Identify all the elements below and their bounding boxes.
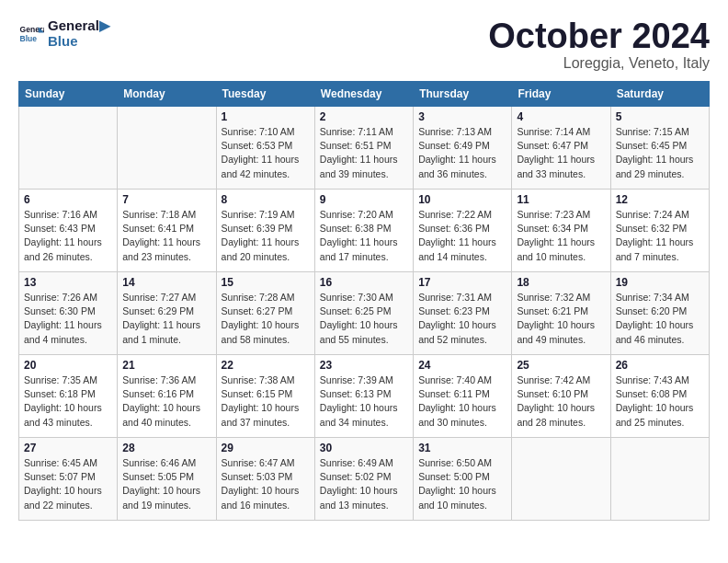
logo: General Blue General▶ Blue bbox=[18, 18, 110, 49]
day-info: Sunrise: 7:13 AM Sunset: 6:49 PM Dayligh… bbox=[418, 125, 506, 181]
day-info: Sunrise: 7:22 AM Sunset: 6:36 PM Dayligh… bbox=[418, 208, 506, 264]
calendar-day-15: 15Sunrise: 7:28 AM Sunset: 6:27 PM Dayli… bbox=[216, 272, 314, 355]
day-info: Sunrise: 7:36 AM Sunset: 6:16 PM Dayligh… bbox=[122, 373, 210, 430]
calendar-empty-cell bbox=[610, 438, 709, 521]
calendar-day-29: 29Sunrise: 6:47 AM Sunset: 5:03 PM Dayli… bbox=[216, 438, 314, 521]
day-number: 14 bbox=[122, 276, 210, 289]
day-info: Sunrise: 7:38 AM Sunset: 6:15 PM Dayligh… bbox=[222, 373, 310, 430]
calendar-day-18: 18Sunrise: 7:32 AM Sunset: 6:21 PM Dayli… bbox=[512, 272, 610, 355]
day-info: Sunrise: 6:46 AM Sunset: 5:05 PM Dayligh… bbox=[122, 456, 210, 512]
calendar-day-4: 4Sunrise: 7:14 AM Sunset: 6:47 PM Daylig… bbox=[512, 107, 610, 190]
day-number: 8 bbox=[222, 193, 310, 206]
calendar-day-1: 1Sunrise: 7:10 AM Sunset: 6:53 PM Daylig… bbox=[216, 107, 314, 190]
day-info: Sunrise: 7:28 AM Sunset: 6:27 PM Dayligh… bbox=[222, 291, 310, 347]
day-number: 17 bbox=[418, 276, 506, 289]
day-number: 12 bbox=[616, 193, 704, 206]
calendar-day-30: 30Sunrise: 6:49 AM Sunset: 5:02 PM Dayli… bbox=[314, 438, 413, 521]
day-number: 13 bbox=[24, 276, 112, 289]
calendar-day-17: 17Sunrise: 7:31 AM Sunset: 6:23 PM Dayli… bbox=[414, 272, 512, 355]
day-info: Sunrise: 6:50 AM Sunset: 5:00 PM Dayligh… bbox=[418, 456, 506, 512]
calendar-day-12: 12Sunrise: 7:24 AM Sunset: 6:32 PM Dayli… bbox=[610, 190, 709, 272]
calendar-day-14: 14Sunrise: 7:27 AM Sunset: 6:29 PM Dayli… bbox=[118, 272, 216, 355]
month-title: October 2024 bbox=[488, 18, 710, 53]
calendar-day-10: 10Sunrise: 7:22 AM Sunset: 6:36 PM Dayli… bbox=[414, 190, 512, 272]
day-number: 30 bbox=[320, 442, 408, 454]
day-number: 27 bbox=[24, 442, 112, 454]
calendar-day-5: 5Sunrise: 7:15 AM Sunset: 6:45 PM Daylig… bbox=[610, 107, 709, 190]
day-number: 28 bbox=[122, 442, 210, 454]
day-number: 31 bbox=[418, 442, 506, 454]
day-info: Sunrise: 7:39 AM Sunset: 6:13 PM Dayligh… bbox=[320, 373, 408, 430]
day-number: 15 bbox=[222, 276, 310, 289]
calendar-week-row: 6Sunrise: 7:16 AM Sunset: 6:43 PM Daylig… bbox=[19, 190, 710, 272]
day-number: 21 bbox=[122, 359, 210, 372]
calendar-day-26: 26Sunrise: 7:43 AM Sunset: 6:08 PM Dayli… bbox=[610, 355, 709, 438]
title-area: October 2024 Loreggia, Veneto, Italy bbox=[488, 18, 710, 72]
header-day-saturday: Saturday bbox=[610, 82, 709, 107]
day-info: Sunrise: 6:45 AM Sunset: 5:07 PM Dayligh… bbox=[24, 456, 112, 512]
header-day-tuesday: Tuesday bbox=[216, 82, 314, 107]
day-info: Sunrise: 7:10 AM Sunset: 6:53 PM Dayligh… bbox=[222, 125, 310, 181]
calendar-day-13: 13Sunrise: 7:26 AM Sunset: 6:30 PM Dayli… bbox=[19, 272, 118, 355]
day-info: Sunrise: 7:20 AM Sunset: 6:38 PM Dayligh… bbox=[320, 208, 408, 264]
header-day-thursday: Thursday bbox=[414, 82, 512, 107]
day-number: 1 bbox=[222, 110, 310, 123]
day-number: 16 bbox=[320, 276, 408, 289]
day-number: 18 bbox=[517, 276, 605, 289]
calendar-day-7: 7Sunrise: 7:18 AM Sunset: 6:41 PM Daylig… bbox=[118, 190, 216, 272]
day-info: Sunrise: 7:15 AM Sunset: 6:45 PM Dayligh… bbox=[616, 125, 704, 181]
day-number: 26 bbox=[616, 359, 704, 372]
day-number: 29 bbox=[222, 442, 310, 454]
calendar-empty-cell bbox=[512, 438, 610, 521]
day-info: Sunrise: 7:16 AM Sunset: 6:43 PM Dayligh… bbox=[24, 208, 112, 264]
calendar-day-24: 24Sunrise: 7:40 AM Sunset: 6:11 PM Dayli… bbox=[414, 355, 512, 438]
day-info: Sunrise: 7:35 AM Sunset: 6:18 PM Dayligh… bbox=[24, 373, 112, 430]
calendar-day-27: 27Sunrise: 6:45 AM Sunset: 5:07 PM Dayli… bbox=[19, 438, 118, 521]
calendar-day-25: 25Sunrise: 7:42 AM Sunset: 6:10 PM Dayli… bbox=[512, 355, 610, 438]
day-info: Sunrise: 7:27 AM Sunset: 6:29 PM Dayligh… bbox=[122, 291, 210, 347]
calendar-week-row: 1Sunrise: 7:10 AM Sunset: 6:53 PM Daylig… bbox=[19, 107, 710, 190]
calendar-day-20: 20Sunrise: 7:35 AM Sunset: 6:18 PM Dayli… bbox=[19, 355, 118, 438]
calendar-week-row: 27Sunrise: 6:45 AM Sunset: 5:07 PM Dayli… bbox=[19, 438, 710, 521]
day-info: Sunrise: 7:19 AM Sunset: 6:39 PM Dayligh… bbox=[222, 208, 310, 264]
logo-subtext: Blue bbox=[48, 34, 110, 50]
calendar-day-3: 3Sunrise: 7:13 AM Sunset: 6:49 PM Daylig… bbox=[414, 107, 512, 190]
calendar-day-2: 2Sunrise: 7:11 AM Sunset: 6:51 PM Daylig… bbox=[314, 107, 413, 190]
day-number: 25 bbox=[517, 359, 605, 372]
logo-icon: General Blue bbox=[18, 21, 44, 47]
calendar-empty-cell bbox=[118, 107, 216, 190]
day-info: Sunrise: 7:11 AM Sunset: 6:51 PM Dayligh… bbox=[320, 125, 408, 181]
day-info: Sunrise: 7:30 AM Sunset: 6:25 PM Dayligh… bbox=[320, 291, 408, 347]
day-info: Sunrise: 7:18 AM Sunset: 6:41 PM Dayligh… bbox=[122, 208, 210, 264]
day-info: Sunrise: 7:26 AM Sunset: 6:30 PM Dayligh… bbox=[24, 291, 112, 347]
calendar-table: SundayMondayTuesdayWednesdayThursdayFrid… bbox=[18, 81, 710, 521]
day-number: 3 bbox=[418, 110, 506, 123]
calendar-day-21: 21Sunrise: 7:36 AM Sunset: 6:16 PM Dayli… bbox=[118, 355, 216, 438]
day-info: Sunrise: 7:34 AM Sunset: 6:20 PM Dayligh… bbox=[616, 291, 704, 347]
day-number: 9 bbox=[320, 193, 408, 206]
day-info: Sunrise: 7:42 AM Sunset: 6:10 PM Dayligh… bbox=[517, 373, 605, 430]
day-number: 2 bbox=[320, 110, 408, 123]
day-number: 4 bbox=[517, 110, 605, 123]
svg-text:Blue: Blue bbox=[20, 33, 38, 42]
day-info: Sunrise: 6:47 AM Sunset: 5:03 PM Dayligh… bbox=[222, 456, 310, 512]
day-info: Sunrise: 7:40 AM Sunset: 6:11 PM Dayligh… bbox=[418, 373, 506, 430]
day-info: Sunrise: 7:43 AM Sunset: 6:08 PM Dayligh… bbox=[616, 373, 704, 430]
day-info: Sunrise: 7:32 AM Sunset: 6:21 PM Dayligh… bbox=[517, 291, 605, 347]
location-title: Loreggia, Veneto, Italy bbox=[488, 55, 710, 72]
header-day-sunday: Sunday bbox=[19, 82, 118, 107]
day-number: 20 bbox=[24, 359, 112, 372]
calendar-header-row: SundayMondayTuesdayWednesdayThursdayFrid… bbox=[19, 82, 710, 107]
calendar-week-row: 13Sunrise: 7:26 AM Sunset: 6:30 PM Dayli… bbox=[19, 272, 710, 355]
day-info: Sunrise: 7:24 AM Sunset: 6:32 PM Dayligh… bbox=[616, 208, 704, 264]
calendar-day-6: 6Sunrise: 7:16 AM Sunset: 6:43 PM Daylig… bbox=[19, 190, 118, 272]
day-number: 19 bbox=[616, 276, 704, 289]
header-day-wednesday: Wednesday bbox=[314, 82, 413, 107]
calendar-day-31: 31Sunrise: 6:50 AM Sunset: 5:00 PM Dayli… bbox=[414, 438, 512, 521]
calendar-empty-cell bbox=[19, 107, 118, 190]
header-day-friday: Friday bbox=[512, 82, 610, 107]
day-info: Sunrise: 7:31 AM Sunset: 6:23 PM Dayligh… bbox=[418, 291, 506, 347]
calendar-day-11: 11Sunrise: 7:23 AM Sunset: 6:34 PM Dayli… bbox=[512, 190, 610, 272]
calendar-day-9: 9Sunrise: 7:20 AM Sunset: 6:38 PM Daylig… bbox=[314, 190, 413, 272]
header: General Blue General▶ Blue October 2024 … bbox=[18, 18, 710, 72]
